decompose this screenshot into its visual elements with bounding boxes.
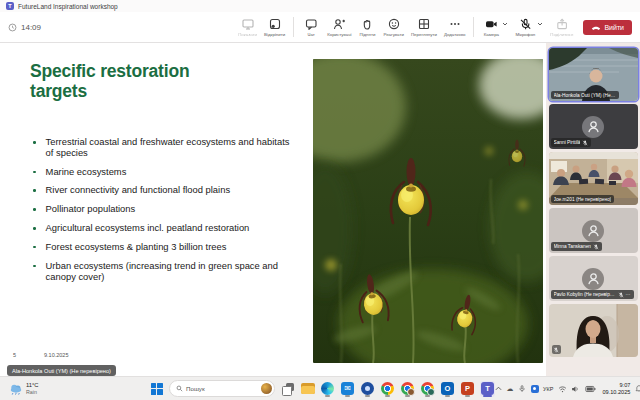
file-explorer-button[interactable] (300, 381, 315, 397)
teams-taskbar-button[interactable]: T (480, 381, 495, 397)
taskbar-search[interactable]: Пошук (169, 380, 275, 397)
people-button[interactable]: Користувачі (327, 18, 351, 37)
meeting-timer-icon (8, 23, 17, 32)
search-highlight-image[interactable] (261, 383, 272, 394)
task-view-icon (282, 383, 294, 395)
mic-muted-icon (618, 292, 624, 298)
participant-more-icon[interactable]: ⋯ (626, 293, 631, 296)
slide-date: 9.10.2025 (44, 352, 68, 358)
camera-options-chevron[interactable] (502, 22, 508, 26)
weather-widget[interactable]: 11°C Rain (0, 382, 149, 396)
bullet-dot (33, 208, 36, 211)
tray-date: 09.10.2025 (602, 389, 630, 396)
search-placeholder: Пошук (186, 385, 258, 392)
taskbar-clock[interactable]: 9:07 09.10.2025 (602, 382, 630, 396)
tray-mic-icon[interactable] (518, 384, 526, 393)
chrome-profile2-button[interactable] (400, 381, 415, 397)
wifi-icon[interactable] (558, 385, 567, 393)
battery-icon[interactable] (585, 385, 596, 393)
meeting-stage: Specific restoration targets Terrestrial… (0, 43, 640, 377)
start-button[interactable] (149, 381, 164, 397)
participant-tile-sanni[interactable]: Sanni Pirttilä (549, 104, 638, 149)
edge-browser-button[interactable] (320, 381, 335, 397)
profile-badge (427, 388, 435, 396)
bullet-text: Forest ecosystems & planting 3 billion t… (46, 242, 227, 253)
share-label: Поділитися (550, 32, 573, 37)
bullet-item: Marine ecosystems (31, 167, 299, 178)
popout-button[interactable]: Відкріпити (264, 18, 285, 37)
taskbar-center: Пошук ✉ (149, 380, 495, 397)
meeting-timer-value: 14:09 (21, 23, 41, 32)
participant-tile-joe-m201[interactable]: Joe.m201 (Не перевірено) (549, 152, 638, 205)
windows-logo-icon (151, 383, 163, 395)
tray-chevron-up-icon[interactable] (495, 386, 502, 391)
video-woman-indoors-scene (549, 304, 638, 357)
teams-icon: T (481, 382, 494, 395)
popout-icon (269, 18, 281, 31)
avatar (582, 220, 604, 242)
more-label: Додатково (444, 32, 465, 37)
camera-label: Камера (484, 32, 499, 37)
chat-button[interactable]: Чат (302, 18, 320, 37)
window-title: FutureLand Inspirational workshop (18, 3, 118, 10)
participant-name-label: Joe.m201 (Не перевірено) (551, 195, 615, 203)
bullet-item: Pollinator populations (31, 204, 299, 215)
system-tray: ☁ УКР 9:07 09.10.2025 (495, 382, 640, 396)
bullet-dot (33, 189, 36, 192)
react-smiley-icon (388, 18, 400, 31)
share-button[interactable]: Поділитися (550, 18, 573, 37)
notification-bell-icon[interactable] (635, 384, 640, 393)
raise-hand-button[interactable]: Підняти (358, 18, 376, 37)
windows-taskbar: 11°C Rain Пошук ✉ (0, 376, 640, 400)
chat-label: Чат (308, 32, 315, 37)
participant-tile-minna[interactable]: Minna Tanskanen (549, 208, 638, 253)
view-button[interactable]: Переглянути (411, 18, 437, 37)
bullet-text: Terrestrial coastal and freshwater ecosy… (46, 137, 299, 159)
raise-hand-icon (361, 18, 373, 31)
outlook-icon: O (441, 382, 454, 395)
search-icon (176, 385, 183, 392)
mic-muted-icon (519, 18, 532, 31)
outlook-button[interactable]: O (440, 381, 455, 397)
chrome-button[interactable] (380, 381, 395, 397)
microphone-label: Мікрофон (515, 32, 535, 37)
participant-tile-video-woman[interactable] (549, 304, 638, 357)
toolbar-divider (473, 17, 474, 37)
microphone-options-chevron[interactable] (537, 22, 543, 26)
weather-rain-icon (9, 382, 23, 396)
participant-tile-pavlo[interactable]: Pavlo Kobylin (Не перевірено) ⋯ (549, 256, 638, 301)
view-label: Переглянути (411, 32, 437, 37)
teams-app-icon: T (6, 2, 14, 10)
bullet-dot (33, 265, 36, 268)
participant-name-label: Pavlo Kobylin (Не перевірено) ⋯ (551, 290, 634, 299)
react-button[interactable]: Реагувати (383, 18, 404, 37)
tray-teams-chip-icon[interactable] (531, 385, 539, 393)
language-indicator[interactable]: УКР (543, 386, 553, 392)
mail-app-button[interactable]: ✉ (340, 381, 355, 397)
powerpoint-button[interactable]: P (460, 381, 475, 397)
shared-slide: Specific restoration targets Terrestrial… (0, 43, 546, 377)
participant-name-label: Sanni Pirttilä (551, 138, 592, 147)
task-view-button[interactable] (280, 381, 295, 397)
people-add-icon (333, 18, 346, 31)
blue-app-button[interactable] (360, 381, 375, 397)
more-button[interactable]: Додатково (444, 18, 465, 37)
present-button[interactable]: Показати (238, 18, 257, 37)
onedrive-cloud-icon[interactable]: ☁ (507, 385, 514, 393)
chrome-profile3-button[interactable] (420, 381, 435, 397)
chat-icon (305, 18, 317, 31)
participant-name: Minna Tanskanen (554, 244, 592, 249)
participant-name: Pavlo Kobylin (Не перевірено) (554, 292, 616, 297)
leave-button[interactable]: Вийти (583, 20, 632, 35)
folder-icon (301, 383, 315, 394)
participant-tile-ala-honkola[interactable]: Ala-Honkola Outi (YM) (Не перевірено) (549, 48, 638, 101)
microphone-button[interactable]: Мікрофон (515, 18, 535, 37)
bullet-item: Terrestrial coastal and freshwater ecosy… (31, 137, 299, 159)
more-dots-icon (449, 18, 461, 31)
volume-icon[interactable] (571, 385, 580, 393)
bullet-item: Agricultural ecosystems incl. peatland r… (31, 223, 299, 234)
camera-button[interactable]: Камера (482, 18, 500, 37)
bullet-text: Pollinator populations (46, 204, 136, 215)
people-label: Користувачі (327, 32, 351, 37)
meeting-controls: Показати Відкріпити Чат Користувачі (238, 17, 632, 37)
